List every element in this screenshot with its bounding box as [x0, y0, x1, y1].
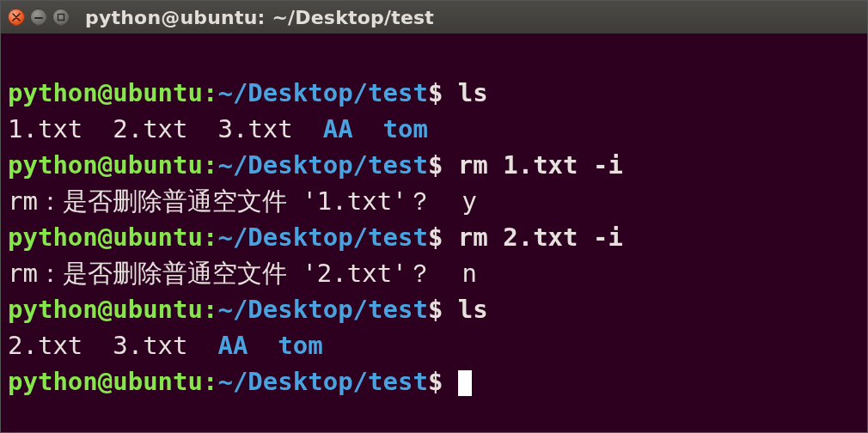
- ls-file: 2.txt: [113, 114, 187, 143]
- prompt-user: python@ubuntu: [8, 150, 203, 180]
- titlebar[interactable]: python@ubuntu: ~/Desktop/test: [1, 1, 867, 34]
- prompt-path: ~/Desktop/test: [217, 223, 427, 252]
- prompt-user: python@ubuntu: [8, 78, 203, 107]
- minimize-icon[interactable]: [30, 9, 47, 26]
- prompt-symbol: $: [428, 367, 443, 396]
- cmd-ls-1: ls: [458, 78, 488, 107]
- ls-dir: AA: [323, 114, 353, 143]
- prompt-path: ~/Desktop/test: [217, 78, 427, 107]
- close-icon[interactable]: [8, 9, 25, 26]
- prompt-sep: :: [203, 78, 217, 107]
- prompt-symbol: $: [428, 150, 443, 180]
- ls-file: 3.txt: [217, 114, 292, 143]
- prompt-sep: :: [203, 223, 217, 252]
- rm-answer-1: y: [462, 186, 477, 216]
- cmd-rm-2: rm 2.txt -i: [458, 223, 623, 252]
- terminal-window: python@ubuntu: ~/Desktop/test python@ubu…: [0, 0, 868, 433]
- prompt-path: ~/Desktop/test: [217, 295, 427, 324]
- rm-confirm-2: rm：是否删除普通空文件 '2.txt'？: [8, 259, 447, 288]
- prompt-user: python@ubuntu: [8, 367, 203, 396]
- prompt-symbol: $: [428, 223, 443, 252]
- maximize-icon[interactable]: [52, 9, 70, 26]
- prompt-user: python@ubuntu: [8, 223, 203, 252]
- prompt-path: ~/Desktop/test: [217, 367, 427, 396]
- cursor: [458, 370, 472, 396]
- prompt-symbol: $: [428, 295, 443, 324]
- terminal-body[interactable]: python@ubuntu:~/Desktop/test$ ls 1.txt 2…: [1, 34, 867, 433]
- ls-file: 1.txt: [8, 114, 83, 143]
- prompt-user: python@ubuntu: [8, 295, 203, 324]
- rm-confirm-1: rm：是否删除普通空文件 '1.txt'？: [8, 186, 447, 216]
- prompt-symbol: $: [428, 78, 443, 107]
- ls-file: 2.txt: [8, 331, 83, 360]
- prompt-sep: :: [203, 295, 217, 324]
- svg-rect-0: [58, 15, 64, 21]
- window-title: python@ubuntu: ~/Desktop/test: [85, 7, 434, 28]
- ls-dir: tom: [383, 114, 428, 143]
- prompt-sep: :: [203, 367, 217, 396]
- ls-file: 3.txt: [113, 331, 187, 360]
- ls-dir: AA: [217, 331, 248, 360]
- prompt-sep: :: [203, 150, 217, 180]
- cmd-rm-1: rm 1.txt -i: [458, 150, 623, 180]
- ls-dir: tom: [278, 331, 322, 360]
- rm-answer-2: n: [462, 259, 477, 288]
- cmd-ls-2: ls: [458, 295, 488, 324]
- prompt-path: ~/Desktop/test: [217, 150, 427, 180]
